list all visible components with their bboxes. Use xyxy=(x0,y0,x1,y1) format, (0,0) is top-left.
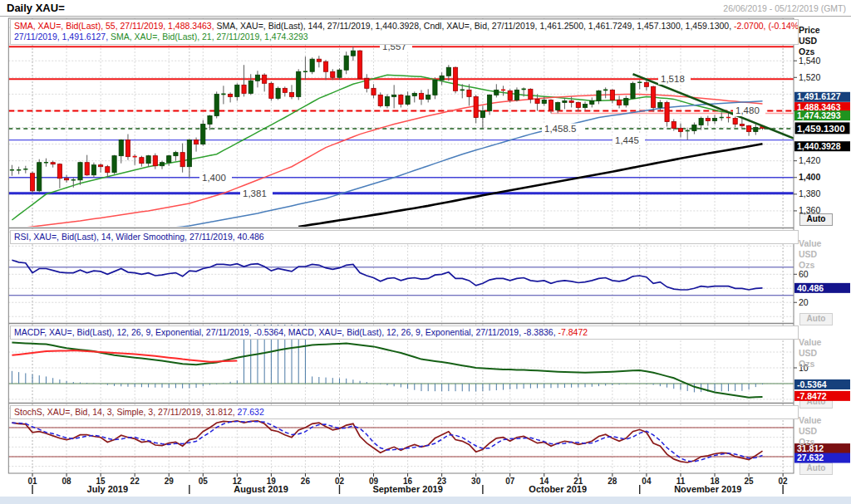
legend-segment: MACDF, XAU=, Bid(Last), 12, 26, 9, Expon… xyxy=(14,327,556,337)
legend-line-2: 27/11/2019, 1,491.6127, SMA, XAU=, Bid(L… xyxy=(14,32,794,42)
stoch-legend-line: StochS, XAU=, Bid, 14, 3, Simple, 3, 27/… xyxy=(14,407,794,418)
charting-app-window: 1,5571,5181,4801,458.51,4451,4001,3811,5… xyxy=(0,0,851,504)
chart-canvas[interactable]: 1,5571,5181,4801,458.51,4451,4001,3811,5… xyxy=(0,0,851,504)
x-tick-label: 07 xyxy=(505,477,515,486)
svg-text:1,360: 1,360 xyxy=(799,205,820,215)
level-label: 1,400 xyxy=(202,173,226,183)
svg-text:1,420: 1,420 xyxy=(799,155,820,165)
x-tick-label: 04 xyxy=(642,477,652,486)
level-label: 1,381 xyxy=(243,188,267,198)
x-tick-label: 28 xyxy=(608,477,617,486)
rsi-right-axis: 602040.486 xyxy=(794,269,850,307)
downtrend-line xyxy=(633,74,797,139)
level-label: 1,458.5 xyxy=(544,124,576,134)
macd-panel-legend[interactable]: MACDF, XAU=, Bid(Last), 12, 26, 9, Expon… xyxy=(10,325,799,340)
line-rsi14 xyxy=(12,260,762,290)
svg-text:27.632: 27.632 xyxy=(797,453,824,462)
svg-text:20: 20 xyxy=(799,297,809,307)
month-label: August 2019 xyxy=(234,484,288,494)
x-tick-label: 25 xyxy=(745,477,755,486)
svg-text:1,491.6127: 1,491.6127 xyxy=(797,91,841,101)
legend-line-1: SMA, XAU=, Bid(Last), 55, 27/11/2019, 1,… xyxy=(14,21,794,32)
legend-segment: 27/11/2019, 1,491.6127, xyxy=(14,32,108,42)
legend-segment: SMA, XAU=, Bid(Last), 144, 27/11/2019, 1… xyxy=(214,21,731,31)
svg-text:-7.8472: -7.8472 xyxy=(797,391,827,401)
price-axis-title: Price USD Ozs xyxy=(799,25,820,57)
candles-layer xyxy=(10,46,765,193)
svg-text:1,520: 1,520 xyxy=(799,72,820,82)
x-tick-label: 05 xyxy=(199,477,209,486)
svg-text:1,380: 1,380 xyxy=(799,188,820,198)
month-label: November 2019 xyxy=(674,484,741,494)
main-panel-legend[interactable]: SMA, XAU=, Bid(Last), 55, 27/11/2019, 1,… xyxy=(10,19,799,45)
month-label: July 2019 xyxy=(87,484,129,494)
line-macd xyxy=(12,343,762,398)
svg-text:40.486: 40.486 xyxy=(797,283,824,293)
level-label: 1,445 xyxy=(615,135,639,145)
svg-text:-0.5364: -0.5364 xyxy=(797,379,827,389)
stoch-panel-legend[interactable]: StochS, XAU=, Bid, 14, 3, Simple, 3, 27/… xyxy=(10,405,799,419)
price-panel: 1,5571,5181,4801,458.51,4451,4001,381 xyxy=(8,27,796,246)
level-label: 1,518 xyxy=(661,74,685,84)
x-tick-label: 02 xyxy=(779,477,789,486)
legend-segment: RSI, XAU=, Bid(Last), 14, Wilder Smoothi… xyxy=(14,232,264,242)
rsi-legend-line: RSI, XAU=, Bid(Last), 14, Wilder Smoothi… xyxy=(14,232,794,242)
legend-segment: -7.8472 xyxy=(556,327,588,337)
rsi-panel-legend[interactable]: RSI, XAU=, Bid(Last), 14, Wilder Smoothi… xyxy=(10,230,799,244)
rsi-panel xyxy=(8,232,794,316)
x-axis: 0108152229051219260209162330071421280411… xyxy=(27,473,788,494)
legend-segment: 27.632 xyxy=(235,407,264,417)
svg-text:1,474.3293: 1,474.3293 xyxy=(797,110,841,120)
svg-text:1,440.3928: 1,440.3928 xyxy=(797,141,841,151)
month-label: October 2019 xyxy=(529,484,587,494)
stoch-axis-title: Value USD Ozs xyxy=(799,415,821,448)
x-tick-label: 02 xyxy=(335,477,345,486)
legend-segment: SMA, XAU=, Bid(Last), 21, 27/11/2019, 1,… xyxy=(108,32,308,42)
legend-segment: -2.0700, (-0.14%), xyxy=(731,21,799,31)
svg-text:1,459.1300: 1,459.1300 xyxy=(797,124,845,134)
macd-legend-line: MACDF, XAU=, Bid(Last), 12, 26, 9, Expon… xyxy=(14,327,794,338)
month-label: September 2019 xyxy=(372,484,442,494)
overlay-sma-55 xyxy=(12,94,762,229)
level-label: 1,480 xyxy=(735,105,760,115)
rsi-axis-title: Value USD Ozs xyxy=(799,238,821,271)
price-right-axis: 1,5401,5201,4801,4201,4001,3801,3601,491… xyxy=(794,56,850,216)
x-tick-label: 30 xyxy=(471,477,481,486)
svg-text:1,400: 1,400 xyxy=(799,172,820,182)
x-tick-label: 29 xyxy=(165,477,175,486)
legend-segment: SMA, XAU=, Bid(Last), 55, 27/11/2019, 1,… xyxy=(14,21,214,31)
macd-axis-title: Value USD Ozs xyxy=(799,337,821,369)
overlay-sma-89 xyxy=(12,101,762,246)
x-tick-label: 01 xyxy=(27,477,37,486)
x-tick-label: 08 xyxy=(62,477,72,486)
x-tick-label: 26 xyxy=(301,477,311,486)
x-tick-label: 22 xyxy=(130,477,140,486)
legend-segment: StochS, XAU=, Bid, 14, 3, Simple, 3, 27/… xyxy=(14,407,235,417)
